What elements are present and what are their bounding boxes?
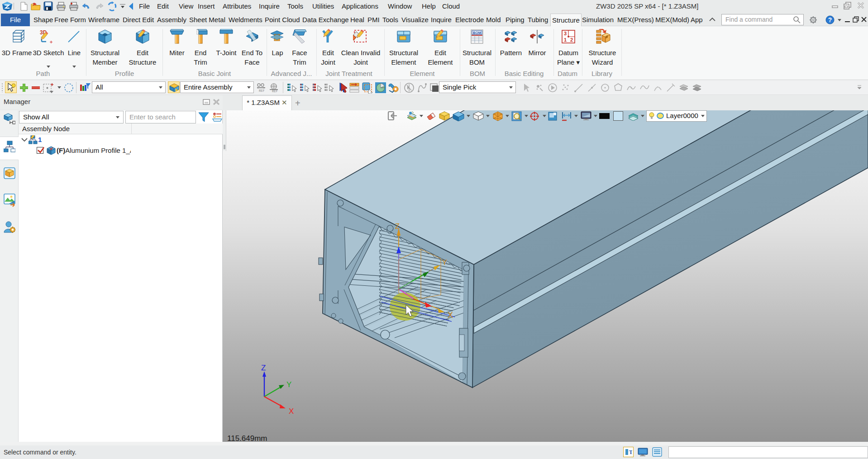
svg-text:REF: REF (272, 90, 278, 92)
svg-text:Y: Y (442, 259, 447, 266)
svg-text:X: X (289, 407, 294, 416)
svg-text:REF: REF (259, 89, 265, 92)
svg-text:BOM: BOM (473, 31, 482, 35)
svg-text:3: 3 (564, 31, 567, 36)
svg-text:Z: Z (261, 364, 266, 372)
svg-text:1: 1 (564, 37, 567, 43)
svg-text:115.649mm: 115.649mm (227, 434, 267, 442)
svg-text:X: X (448, 311, 453, 320)
svg-text:?: ? (828, 16, 832, 24)
svg-text:T: T (629, 449, 632, 455)
svg-text:Y: Y (286, 380, 291, 389)
svg-text:2: 2 (570, 37, 573, 43)
